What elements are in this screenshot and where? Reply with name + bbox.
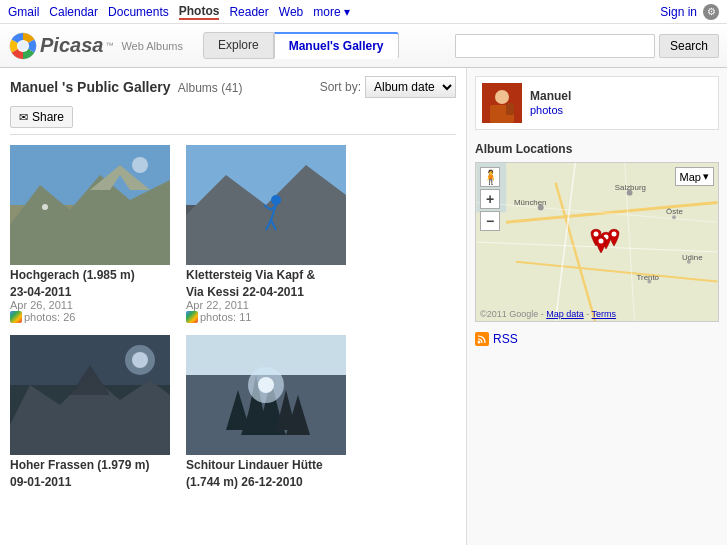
user-photos-link[interactable]: photos [530, 104, 563, 116]
album-meta-hochgerach: photos: 26 [10, 311, 170, 323]
album-name-schitour: Schitour Lindauer Hütte [186, 458, 346, 472]
map-pegman-icon[interactable]: 🧍 [480, 167, 500, 187]
nav-reader[interactable]: Reader [229, 5, 268, 19]
sort-label: Sort by: [320, 80, 361, 94]
svg-point-60 [612, 232, 617, 237]
album-subdate-klettersteig: Apr 22, 2011 [186, 299, 346, 311]
album-photos-hochgerach: photos: 26 [24, 311, 75, 323]
sidebar: Manuel photos Album Locations [467, 68, 727, 545]
gallery-title-area: Manuel 's Public Gallery Albums (41) [10, 79, 243, 95]
user-info: Manuel photos [475, 76, 719, 130]
picasa-logo-area: Picasa™ Web Albums Explore Manuel's Gall… [8, 31, 399, 61]
album-name2-klettersteig: Via Kessi 22-04-2011 [186, 285, 346, 299]
svg-point-12 [271, 195, 281, 205]
map-controls: 🧍 + − [480, 167, 500, 231]
rss-link[interactable]: RSS [475, 332, 719, 346]
album-name-hochgerach: Hochgerach (1.985 m) [10, 268, 170, 282]
thumb-svg-hochgerach [10, 145, 170, 265]
svg-text:Salzburg: Salzburg [615, 183, 646, 192]
svg-point-8 [42, 204, 48, 210]
album-photos-klettersteig: photos: 11 [200, 311, 251, 323]
picasa-g-icon-klettersteig [186, 311, 198, 323]
svg-point-36 [495, 90, 509, 104]
map-container: München Salzburg Öste Trento Udine 🧍 + −… [475, 162, 719, 322]
picasa-logo-icon [8, 31, 38, 61]
top-navigation: Gmail Calendar Documents Photos Reader W… [0, 0, 727, 24]
terms-link[interactable]: Terms [592, 309, 617, 319]
tab-explore[interactable]: Explore [203, 32, 274, 59]
search-area: Search [455, 34, 719, 58]
avatar-svg [482, 83, 522, 123]
map-zoom-out[interactable]: − [480, 211, 500, 231]
logo-text: Picasa [40, 34, 103, 57]
map-data-link[interactable]: Map data [546, 309, 584, 319]
album-hoherfrassen[interactable]: Hoher Frassen (1.979 m) 09-01-2011 [10, 335, 170, 489]
envelope-icon: ✉ [19, 111, 28, 124]
picasa-header: Picasa™ Web Albums Explore Manuel's Gall… [0, 24, 727, 68]
user-name: Manuel [530, 89, 571, 103]
album-meta-klettersteig: photos: 11 [186, 311, 346, 323]
tab-manuels-gallery[interactable]: Manuel's Gallery [274, 32, 399, 59]
search-button[interactable]: Search [659, 34, 719, 58]
rss-icon-svg [477, 334, 487, 344]
svg-point-62 [478, 341, 481, 344]
album-thumb-klettersteig [186, 145, 346, 265]
nav-documents[interactable]: Documents [108, 5, 169, 19]
album-name-klettersteig: Klettersteig Via Kapf & [186, 268, 346, 282]
album-grid: Hochgerach (1.985 m) 23-04-2011 Apr 26, … [10, 145, 456, 489]
album-name2-schitour: (1.744 m) 26-12-2010 [186, 475, 346, 489]
signin-link[interactable]: Sign in [660, 5, 697, 19]
top-nav-right: Sign in ⚙ [660, 4, 719, 20]
map-pins-svg [581, 228, 641, 278]
gallery-title: Manuel 's Public Gallery [10, 79, 171, 95]
gallery-area: Manuel 's Public Gallery Albums (41) Sor… [0, 68, 467, 545]
svg-point-58 [594, 232, 599, 237]
nav-web[interactable]: Web [279, 5, 303, 19]
sort-area: Sort by: Album date [320, 76, 456, 98]
svg-text:Udine: Udine [682, 253, 703, 262]
album-count: Albums (41) [178, 81, 243, 95]
map-type-chevron: ▾ [703, 170, 709, 183]
svg-point-34 [258, 377, 274, 393]
thumb-svg-hoherfrassen [10, 335, 170, 455]
main-content: Manuel 's Public Gallery Albums (41) Sor… [0, 68, 727, 545]
nav-gmail[interactable]: Gmail [8, 5, 39, 19]
top-nav-links: Gmail Calendar Documents Photos Reader W… [8, 4, 350, 20]
sort-select[interactable]: Album date [365, 76, 456, 98]
rss-label: RSS [493, 332, 518, 346]
map-type-button[interactable]: Map ▾ [675, 167, 714, 186]
map-copyright: ©2011 Google - Map data - Terms [480, 309, 616, 319]
album-thumb-hoherfrassen [10, 335, 170, 455]
picasa-g-icon-hochgerach [10, 311, 22, 323]
svg-point-23 [132, 352, 148, 368]
album-subdate-hochgerach: Apr 26, 2011 [10, 299, 170, 311]
thumb-svg-schitour [186, 335, 346, 455]
album-schitour[interactable]: Schitour Lindauer Hütte (1.744 m) 26-12-… [186, 335, 346, 489]
picasa-logo: Picasa™ [8, 31, 113, 61]
settings-icon[interactable]: ⚙ [703, 4, 719, 20]
share-label: Share [32, 110, 64, 124]
album-date-line-hochgerach: 23-04-2011 [10, 285, 170, 299]
svg-point-61 [599, 239, 604, 244]
search-input[interactable] [455, 34, 655, 58]
album-thumb-hochgerach [10, 145, 170, 265]
share-bar: ✉ Share [10, 106, 456, 135]
svg-point-7 [132, 157, 148, 173]
album-klettersteig[interactable]: Klettersteig Via Kapf & Via Kessi 22-04-… [186, 145, 346, 323]
svg-text:München: München [514, 198, 546, 207]
nav-more[interactable]: more ▾ [313, 5, 350, 19]
map-zoom-in[interactable]: + [480, 189, 500, 209]
nav-calendar[interactable]: Calendar [49, 5, 98, 19]
svg-point-2 [18, 41, 28, 51]
gallery-header: Manuel 's Public Gallery Albums (41) Sor… [10, 76, 456, 98]
svg-rect-38 [506, 103, 514, 115]
share-button[interactable]: ✉ Share [10, 106, 73, 128]
album-thumb-schitour [186, 335, 346, 455]
user-avatar [482, 83, 522, 123]
album-date-line-hoherfrassen: 09-01-2011 [10, 475, 170, 489]
album-name-hoherfrassen: Hoher Frassen (1.979 m) [10, 458, 170, 472]
svg-text:Öste: Öste [666, 207, 683, 216]
album-hochgerach[interactable]: Hochgerach (1.985 m) 23-04-2011 Apr 26, … [10, 145, 170, 323]
rss-icon [475, 332, 489, 346]
nav-photos[interactable]: Photos [179, 4, 220, 20]
